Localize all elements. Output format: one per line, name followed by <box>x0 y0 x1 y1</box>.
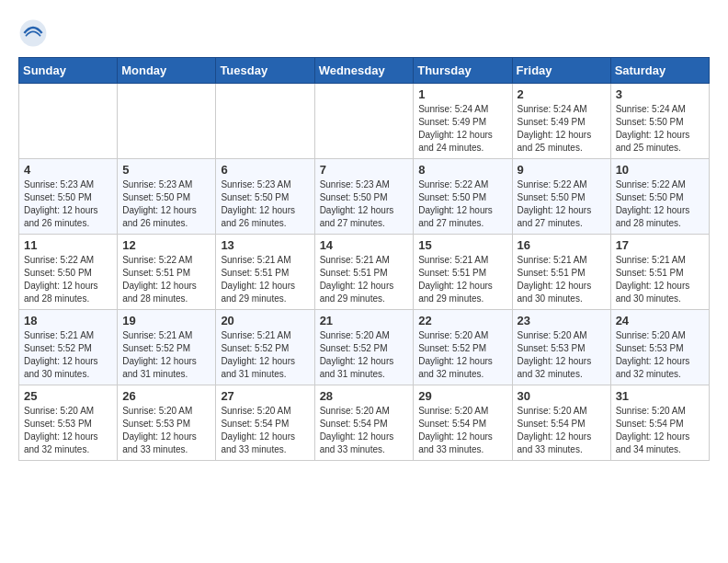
day-number: 11 <box>24 238 112 252</box>
day-number: 12 <box>122 238 210 252</box>
logo-icon <box>18 18 48 48</box>
day-cell: 16Sunrise: 5:21 AM Sunset: 5:51 PM Dayli… <box>512 235 610 310</box>
day-cell <box>216 84 314 159</box>
day-cell: 19Sunrise: 5:21 AM Sunset: 5:52 PM Dayli… <box>118 310 216 385</box>
calendar-body: 1Sunrise: 5:24 AM Sunset: 5:49 PM Daylig… <box>19 84 710 461</box>
day-cell: 2Sunrise: 5:24 AM Sunset: 5:49 PM Daylig… <box>512 84 610 159</box>
day-number: 29 <box>418 389 506 403</box>
header-row: SundayMondayTuesdayWednesdayThursdayFrid… <box>19 58 710 84</box>
day-info: Sunrise: 5:23 AM Sunset: 5:50 PM Dayligh… <box>122 178 210 230</box>
day-number: 6 <box>221 163 309 177</box>
svg-point-0 <box>20 20 47 47</box>
day-number: 25 <box>24 389 112 403</box>
day-cell: 12Sunrise: 5:22 AM Sunset: 5:51 PM Dayli… <box>118 235 216 310</box>
day-info: Sunrise: 5:22 AM Sunset: 5:50 PM Dayligh… <box>24 254 112 305</box>
week-row-5: 25Sunrise: 5:20 AM Sunset: 5:53 PM Dayli… <box>19 385 710 461</box>
day-info: Sunrise: 5:23 AM Sunset: 5:50 PM Dayligh… <box>24 178 112 230</box>
week-row-1: 1Sunrise: 5:24 AM Sunset: 5:49 PM Daylig… <box>19 84 710 159</box>
day-cell: 17Sunrise: 5:21 AM Sunset: 5:51 PM Dayli… <box>610 235 709 310</box>
day-info: Sunrise: 5:20 AM Sunset: 5:53 PM Dayligh… <box>122 405 210 456</box>
day-number: 21 <box>320 314 409 327</box>
calendar-table: SundayMondayTuesdayWednesdayThursdayFrid… <box>18 57 710 461</box>
day-cell: 9Sunrise: 5:22 AM Sunset: 5:50 PM Daylig… <box>512 159 610 235</box>
day-cell: 28Sunrise: 5:20 AM Sunset: 5:54 PM Dayli… <box>314 385 414 461</box>
day-cell: 3Sunrise: 5:24 AM Sunset: 5:50 PM Daylig… <box>610 84 709 159</box>
day-cell: 15Sunrise: 5:21 AM Sunset: 5:51 PM Dayli… <box>414 235 512 310</box>
day-number: 19 <box>122 314 210 327</box>
day-info: Sunrise: 5:24 AM Sunset: 5:49 PM Dayligh… <box>518 103 606 155</box>
day-number: 13 <box>221 238 309 252</box>
day-info: Sunrise: 5:20 AM Sunset: 5:53 PM Dayligh… <box>616 329 704 381</box>
page-header <box>18 18 710 48</box>
day-info: Sunrise: 5:21 AM Sunset: 5:51 PM Dayligh… <box>320 254 409 305</box>
day-info: Sunrise: 5:21 AM Sunset: 5:51 PM Dayligh… <box>221 254 309 305</box>
day-number: 18 <box>24 314 112 327</box>
day-cell: 14Sunrise: 5:21 AM Sunset: 5:51 PM Dayli… <box>314 235 414 310</box>
day-number: 15 <box>418 238 506 252</box>
day-cell: 4Sunrise: 5:23 AM Sunset: 5:50 PM Daylig… <box>19 159 118 235</box>
day-number: 4 <box>24 163 112 177</box>
day-cell <box>118 84 216 159</box>
week-row-2: 4Sunrise: 5:23 AM Sunset: 5:50 PM Daylig… <box>19 159 710 235</box>
day-number: 3 <box>616 87 704 101</box>
header-cell-saturday: Saturday <box>610 58 709 84</box>
day-cell: 7Sunrise: 5:23 AM Sunset: 5:50 PM Daylig… <box>314 159 414 235</box>
day-number: 28 <box>320 389 409 403</box>
day-number: 14 <box>320 238 409 252</box>
day-info: Sunrise: 5:23 AM Sunset: 5:50 PM Dayligh… <box>221 178 309 230</box>
day-cell <box>314 84 414 159</box>
day-number: 31 <box>616 389 704 403</box>
day-cell: 5Sunrise: 5:23 AM Sunset: 5:50 PM Daylig… <box>118 159 216 235</box>
day-info: Sunrise: 5:20 AM Sunset: 5:53 PM Dayligh… <box>518 329 606 381</box>
day-cell: 8Sunrise: 5:22 AM Sunset: 5:50 PM Daylig… <box>414 159 512 235</box>
day-info: Sunrise: 5:22 AM Sunset: 5:50 PM Dayligh… <box>616 178 704 230</box>
day-cell: 25Sunrise: 5:20 AM Sunset: 5:53 PM Dayli… <box>19 385 118 461</box>
day-info: Sunrise: 5:21 AM Sunset: 5:51 PM Dayligh… <box>418 254 506 305</box>
day-info: Sunrise: 5:20 AM Sunset: 5:53 PM Dayligh… <box>24 405 112 456</box>
day-cell: 10Sunrise: 5:22 AM Sunset: 5:50 PM Dayli… <box>610 159 709 235</box>
week-row-4: 18Sunrise: 5:21 AM Sunset: 5:52 PM Dayli… <box>19 310 710 385</box>
day-number: 26 <box>122 389 210 403</box>
day-cell: 27Sunrise: 5:20 AM Sunset: 5:54 PM Dayli… <box>216 385 314 461</box>
day-info: Sunrise: 5:20 AM Sunset: 5:54 PM Dayligh… <box>320 405 409 456</box>
day-info: Sunrise: 5:22 AM Sunset: 5:50 PM Dayligh… <box>518 178 606 230</box>
day-number: 30 <box>518 389 606 403</box>
day-number: 17 <box>616 238 704 252</box>
day-cell: 11Sunrise: 5:22 AM Sunset: 5:50 PM Dayli… <box>19 235 118 310</box>
day-cell: 13Sunrise: 5:21 AM Sunset: 5:51 PM Dayli… <box>216 235 314 310</box>
day-number: 8 <box>418 163 506 177</box>
day-info: Sunrise: 5:20 AM Sunset: 5:52 PM Dayligh… <box>320 329 409 381</box>
day-cell: 26Sunrise: 5:20 AM Sunset: 5:53 PM Dayli… <box>118 385 216 461</box>
day-info: Sunrise: 5:21 AM Sunset: 5:51 PM Dayligh… <box>616 254 704 305</box>
day-info: Sunrise: 5:20 AM Sunset: 5:52 PM Dayligh… <box>418 329 506 381</box>
day-info: Sunrise: 5:22 AM Sunset: 5:50 PM Dayligh… <box>418 178 506 230</box>
day-info: Sunrise: 5:20 AM Sunset: 5:54 PM Dayligh… <box>221 405 309 456</box>
day-cell: 18Sunrise: 5:21 AM Sunset: 5:52 PM Dayli… <box>19 310 118 385</box>
day-number: 22 <box>418 314 506 327</box>
day-number: 9 <box>518 163 606 177</box>
day-info: Sunrise: 5:22 AM Sunset: 5:51 PM Dayligh… <box>122 254 210 305</box>
day-number: 24 <box>616 314 704 327</box>
header-cell-friday: Friday <box>512 58 610 84</box>
day-cell: 20Sunrise: 5:21 AM Sunset: 5:52 PM Dayli… <box>216 310 314 385</box>
day-number: 27 <box>221 389 309 403</box>
day-info: Sunrise: 5:21 AM Sunset: 5:52 PM Dayligh… <box>122 329 210 381</box>
header-cell-thursday: Thursday <box>414 58 512 84</box>
logo <box>18 18 51 48</box>
day-number: 10 <box>616 163 704 177</box>
day-number: 1 <box>418 87 506 101</box>
day-number: 20 <box>221 314 309 327</box>
day-cell: 31Sunrise: 5:20 AM Sunset: 5:54 PM Dayli… <box>610 385 709 461</box>
day-cell: 24Sunrise: 5:20 AM Sunset: 5:53 PM Dayli… <box>610 310 709 385</box>
day-info: Sunrise: 5:23 AM Sunset: 5:50 PM Dayligh… <box>320 178 409 230</box>
day-info: Sunrise: 5:21 AM Sunset: 5:52 PM Dayligh… <box>24 329 112 381</box>
header-cell-tuesday: Tuesday <box>216 58 314 84</box>
calendar-header: SundayMondayTuesdayWednesdayThursdayFrid… <box>19 58 710 84</box>
day-cell: 23Sunrise: 5:20 AM Sunset: 5:53 PM Dayli… <box>512 310 610 385</box>
week-row-3: 11Sunrise: 5:22 AM Sunset: 5:50 PM Dayli… <box>19 235 710 310</box>
day-cell: 6Sunrise: 5:23 AM Sunset: 5:50 PM Daylig… <box>216 159 314 235</box>
day-number: 23 <box>518 314 606 327</box>
day-number: 7 <box>320 163 409 177</box>
header-cell-sunday: Sunday <box>19 58 118 84</box>
day-info: Sunrise: 5:21 AM Sunset: 5:51 PM Dayligh… <box>518 254 606 305</box>
